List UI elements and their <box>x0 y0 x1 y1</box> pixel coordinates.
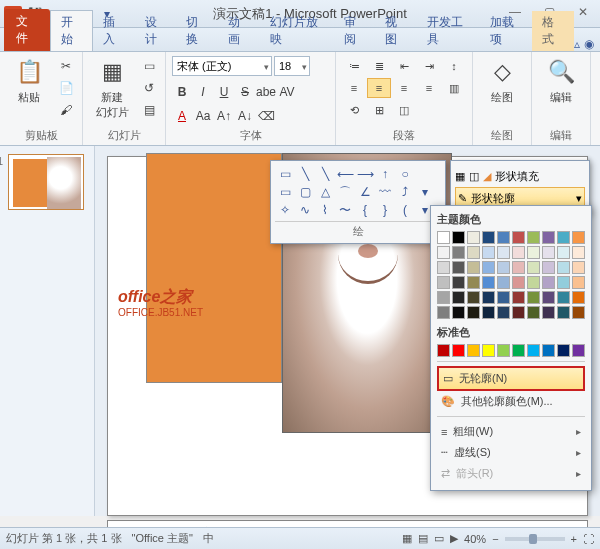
color-swatch[interactable] <box>437 231 450 244</box>
color-swatch[interactable] <box>542 291 555 304</box>
color-swatch[interactable] <box>452 344 465 357</box>
color-swatch[interactable] <box>542 261 555 274</box>
color-swatch[interactable] <box>437 344 450 357</box>
justify-button[interactable]: ≡ <box>417 78 441 98</box>
color-swatch[interactable] <box>482 344 495 357</box>
color-swatch[interactable] <box>482 231 495 244</box>
color-swatch[interactable] <box>572 276 585 289</box>
new-slide-button[interactable]: ▦ 新建 幻灯片 <box>89 56 135 126</box>
copy-icon[interactable]: 📄 <box>56 78 76 98</box>
tab-home[interactable]: 开始 <box>50 10 94 51</box>
color-swatch[interactable] <box>482 291 495 304</box>
color-swatch[interactable] <box>497 246 510 259</box>
weight-item[interactable]: ≡ 粗细(W) ▸ <box>437 421 585 442</box>
align-text-button[interactable]: ⊞ <box>367 100 391 120</box>
color-swatch[interactable] <box>557 246 570 259</box>
align-right-button[interactable]: ≡ <box>392 78 416 98</box>
underline-button[interactable]: U <box>214 82 234 102</box>
color-swatch[interactable] <box>527 246 540 259</box>
color-swatch[interactable] <box>467 261 480 274</box>
tab-format[interactable]: 格式 <box>532 11 574 51</box>
color-swatch[interactable] <box>467 291 480 304</box>
shape-wave[interactable]: 〜 <box>335 201 355 219</box>
color-swatch[interactable] <box>572 261 585 274</box>
view-normal-icon[interactable]: ▦ <box>402 532 412 545</box>
smartart-button[interactable]: ◫ <box>392 100 416 120</box>
indent-dec-button[interactable]: ⇤ <box>392 56 416 76</box>
quick-styles-row[interactable]: ▦ ◫ ◢ 形状填充 <box>455 165 585 187</box>
text-direction-button[interactable]: ⟲ <box>342 100 366 120</box>
color-swatch[interactable] <box>527 276 540 289</box>
language-indicator[interactable]: 中 <box>203 531 214 546</box>
color-swatch[interactable] <box>437 306 450 319</box>
color-swatch[interactable] <box>527 261 540 274</box>
slide-thumb-1[interactable] <box>8 154 84 210</box>
char-spacing-button[interactable]: AV <box>277 82 297 102</box>
shape-more1[interactable]: ▾ <box>415 183 435 201</box>
color-swatch[interactable] <box>452 231 465 244</box>
shape-zigzag[interactable]: 〰 <box>375 183 395 201</box>
color-swatch[interactable] <box>527 231 540 244</box>
color-swatch[interactable] <box>572 246 585 259</box>
shape-arrow-u[interactable]: ↑ <box>375 165 395 183</box>
color-swatch[interactable] <box>527 344 540 357</box>
color-swatch[interactable] <box>452 246 465 259</box>
font-size-combo[interactable]: 18 <box>274 56 310 76</box>
cut-icon[interactable]: ✂ <box>56 56 76 76</box>
minimize-ribbon-icon[interactable]: ▵ <box>574 37 580 51</box>
more-colors-item[interactable]: 🎨 其他轮廓颜色(M)... <box>437 391 585 412</box>
color-swatch[interactable] <box>467 344 480 357</box>
font-name-combo[interactable]: 宋体 (正文) <box>172 56 272 76</box>
grow-font-button[interactable]: A↑ <box>214 106 234 126</box>
bold-button[interactable]: B <box>172 82 192 102</box>
tab-slideshow[interactable]: 幻灯片放映 <box>260 11 334 51</box>
editing-button[interactable]: 🔍 编辑 <box>538 56 584 126</box>
tab-review[interactable]: 审阅 <box>334 11 376 51</box>
format-painter-icon[interactable]: 🖌 <box>56 100 76 120</box>
shape-conn[interactable]: ⤴ <box>395 183 415 201</box>
color-swatch[interactable] <box>542 231 555 244</box>
shape-line[interactable]: ╲ <box>295 165 315 183</box>
color-swatch[interactable] <box>452 276 465 289</box>
color-swatch[interactable] <box>467 246 480 259</box>
color-swatch[interactable] <box>437 276 450 289</box>
color-swatch[interactable] <box>542 306 555 319</box>
reset-icon[interactable]: ↺ <box>139 78 159 98</box>
shape-blob[interactable]: ✧ <box>275 201 295 219</box>
color-swatch[interactable] <box>512 344 525 357</box>
bullets-button[interactable]: ≔ <box>342 56 366 76</box>
shadow-button[interactable]: abe <box>256 82 276 102</box>
shape-paren-l[interactable]: ( <box>395 201 415 219</box>
orange-rectangle[interactable] <box>146 153 282 383</box>
color-swatch[interactable] <box>497 231 510 244</box>
color-swatch[interactable] <box>482 246 495 259</box>
clear-format-button[interactable]: ⌫ <box>256 106 276 126</box>
color-swatch[interactable] <box>512 291 525 304</box>
color-swatch[interactable] <box>497 306 510 319</box>
color-swatch[interactable] <box>437 246 450 259</box>
shape-rrect[interactable]: ▢ <box>295 183 315 201</box>
strike-button[interactable]: S <box>235 82 255 102</box>
color-swatch[interactable] <box>542 344 555 357</box>
zoom-slider[interactable] <box>505 537 565 541</box>
indent-inc-button[interactable]: ⇥ <box>417 56 441 76</box>
zoom-level[interactable]: 40% <box>464 533 486 545</box>
color-swatch[interactable] <box>572 344 585 357</box>
columns-button[interactable]: ▥ <box>442 78 466 98</box>
color-swatch[interactable] <box>497 344 510 357</box>
shape-arrow-r[interactable]: ⟶ <box>355 165 375 183</box>
color-swatch[interactable] <box>572 231 585 244</box>
color-swatch[interactable] <box>437 291 450 304</box>
shape-rect2[interactable]: ▭ <box>275 183 295 201</box>
shape-angle[interactable]: ∠ <box>355 183 375 201</box>
numbering-button[interactable]: ≣ <box>367 56 391 76</box>
color-swatch[interactable] <box>482 306 495 319</box>
color-swatch[interactable] <box>452 291 465 304</box>
view-reading-icon[interactable]: ▭ <box>434 532 444 545</box>
shapes-gallery[interactable]: ▭ ╲ ╲ ⟵ ⟶ ↑ ○ ▭ ▢ △ ⌒ ∠ 〰 ⤴ ▾ ✧ ∿ ⌇ 〜 { … <box>270 160 446 244</box>
color-swatch[interactable] <box>512 246 525 259</box>
color-swatch[interactable] <box>512 306 525 319</box>
fit-window-icon[interactable]: ⛶ <box>583 533 594 545</box>
color-swatch[interactable] <box>527 291 540 304</box>
shape-brace-l[interactable]: { <box>355 201 375 219</box>
